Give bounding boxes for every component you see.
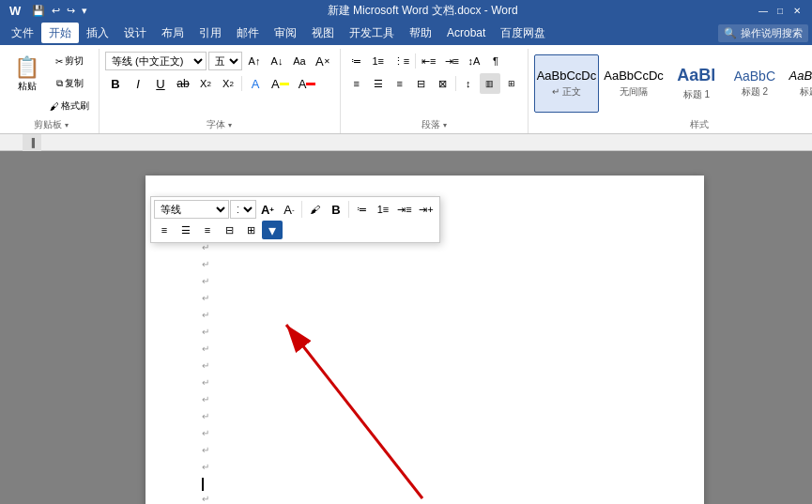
paragraph-mark-4: ↵: [202, 273, 648, 290]
mini-bold-btn[interactable]: B: [326, 200, 346, 219]
increase-font-btn[interactable]: A↑: [244, 51, 265, 71]
style-normal[interactable]: AaBbCcDc ↵ 正文: [534, 54, 600, 113]
style-no-spacing-preview: AaBbCcDc: [604, 69, 664, 84]
shading-btn[interactable]: ▥: [480, 73, 500, 94]
align-left-btn[interactable]: ≡: [346, 73, 367, 94]
menu-help[interactable]: 帮助: [402, 23, 439, 43]
ruler: ▐: [0, 134, 812, 151]
font-group-label: 字体 ▾: [105, 116, 334, 133]
bold-btn[interactable]: B: [105, 73, 126, 94]
paste-btn[interactable]: 📋 粘贴: [9, 51, 44, 99]
style-heading2-label: 标题 2: [742, 85, 768, 99]
menu-layout[interactable]: 布局: [154, 23, 192, 43]
title-bar: W 💾 ↩ ↪ ▾ 新建 Microsoft Word 文档.docx - Wo…: [0, 0, 812, 21]
text-effect-btn[interactable]: A: [245, 73, 266, 94]
align-center-btn[interactable]: ☰: [368, 73, 389, 94]
borders-btn[interactable]: ⊞: [501, 73, 522, 94]
cut-btn[interactable]: ✂ 剪切: [46, 51, 93, 71]
font-color-btn[interactable]: A: [295, 73, 320, 94]
style-heading4[interactable]: AaBbCcl 标题 4: [785, 54, 812, 113]
title-bar-left: W 💾 ↩ ↪ ▾: [8, 3, 89, 19]
style-normal-preview: AaBbCcDc: [537, 69, 597, 84]
mini-format-painter-btn[interactable]: 🖌: [304, 200, 325, 219]
mini-more-btn[interactable]: ▾: [262, 221, 283, 239]
menu-developer[interactable]: 开发工具: [342, 23, 402, 43]
change-case-btn[interactable]: Aa: [289, 51, 310, 71]
italic-btn[interactable]: I: [128, 73, 148, 94]
style-heading1-label: 标题 1: [683, 88, 710, 101]
menu-view[interactable]: 视图: [304, 23, 342, 43]
menu-insert[interactable]: 插入: [79, 23, 116, 43]
align-right-btn[interactable]: ≡: [390, 73, 410, 94]
bullets-btn[interactable]: ≔: [346, 51, 367, 71]
mini-justify-btn[interactable]: ⊟: [219, 221, 239, 239]
menu-review[interactable]: 审阅: [267, 23, 304, 43]
redo-qa-btn[interactable]: ↪: [65, 4, 77, 18]
justify-btn[interactable]: ⊟: [411, 73, 432, 94]
distributed-btn[interactable]: ⊠: [433, 73, 453, 94]
menu-baidu[interactable]: 百度网盘: [493, 23, 553, 43]
close-btn[interactable]: ✕: [789, 3, 804, 18]
mini-font-size-select[interactable]: 11: [230, 200, 256, 219]
mini-decrease-font-btn[interactable]: A-: [279, 200, 299, 219]
mini-indent-btn[interactable]: ⇥≡: [394, 200, 415, 219]
paragraph-mark-10: ↵: [202, 374, 648, 391]
menu-file[interactable]: 文件: [4, 23, 41, 43]
paragraph-mark-16: ↵: [202, 491, 648, 504]
increase-indent-btn[interactable]: ⇥≡: [441, 51, 463, 71]
decrease-indent-btn[interactable]: ⇤≡: [418, 51, 439, 71]
window-controls: — □ ✕: [756, 3, 804, 18]
line-spacing-btn[interactable]: ↕: [458, 73, 479, 94]
save-qa-btn[interactable]: 💾: [30, 4, 47, 18]
ribbon-group-clipboard: 📋 粘贴 ✂ 剪切 ⧉ 复制 🖌 格式刷: [4, 49, 100, 133]
sort-btn[interactable]: ↕A: [464, 51, 484, 71]
mini-numbering-btn[interactable]: 1≡: [373, 200, 393, 219]
style-heading1[interactable]: AaBl 标题 1: [668, 54, 725, 113]
mini-align-left-btn[interactable]: ≡: [154, 221, 175, 239]
multilevel-btn[interactable]: ⋮≡: [390, 51, 413, 71]
paragraph-mark-14: ↵: [202, 442, 648, 459]
font-name-select[interactable]: 等线 (中文正文): [105, 52, 207, 70]
ribbon: 📋 粘贴 ✂ 剪切 ⧉ 复制 🖌 格式刷: [0, 45, 812, 134]
strikethrough-btn[interactable]: ab: [173, 73, 193, 94]
menu-mailings[interactable]: 邮件: [229, 23, 267, 43]
menu-home[interactable]: 开始: [41, 23, 79, 43]
paragraph-mark-13: ↵: [202, 425, 648, 442]
clipboard-group-label: 剪贴板 ▾: [9, 116, 93, 133]
subscript-btn[interactable]: X2: [195, 73, 216, 94]
decrease-font-btn[interactable]: A↓: [267, 51, 287, 71]
copy-icon: ⧉: [56, 78, 63, 89]
clear-format-btn[interactable]: A✕: [312, 51, 334, 71]
mini-align-center-btn[interactable]: ☰: [176, 221, 196, 239]
style-heading2[interactable]: AaBbC 标题 2: [727, 54, 783, 113]
undo-qa-btn[interactable]: ↩: [50, 4, 62, 18]
copy-btn[interactable]: ⧉ 复制: [46, 73, 93, 94]
minimize-btn[interactable]: —: [756, 3, 771, 18]
show-marks-btn[interactable]: ¶: [485, 51, 506, 71]
mini-columns-btn[interactable]: ⊞: [240, 221, 261, 239]
paragraph-mark-3: ↵: [202, 256, 648, 273]
search-label[interactable]: 操作说明搜索: [741, 26, 803, 40]
menu-acrobat[interactable]: Acrobat: [439, 23, 493, 43]
mini-toolbar-row2: ≡ ☰ ≡ ⊟ ⊞ ▾: [153, 220, 437, 240]
style-no-spacing[interactable]: AaBbCcDc 无间隔: [601, 54, 666, 113]
menu-references[interactable]: 引用: [192, 23, 229, 43]
mini-bullets-btn[interactable]: ≔: [351, 200, 372, 219]
numbering-btn[interactable]: 1≡: [368, 51, 389, 71]
mini-increase-font-btn[interactable]: A+: [257, 200, 278, 219]
font-size-select[interactable]: 五号: [208, 52, 242, 70]
restore-btn[interactable]: □: [773, 3, 788, 18]
paragraph-mark-9: ↵: [202, 358, 648, 374]
superscript-btn[interactable]: X2: [218, 73, 238, 94]
style-heading4-preview: AaBbCcl: [789, 69, 812, 84]
mini-font-name-select[interactable]: 等线: [154, 200, 229, 219]
mini-indent-more-btn[interactable]: ⇥+: [416, 200, 437, 219]
highlight-btn[interactable]: A: [268, 73, 293, 94]
menu-design[interactable]: 设计: [116, 23, 154, 43]
search-icon: 🔍: [724, 27, 737, 39]
format-painter-btn[interactable]: 🖌 格式刷: [46, 96, 93, 116]
underline-btn[interactable]: U: [150, 73, 171, 94]
mini-align-right-btn[interactable]: ≡: [197, 221, 218, 239]
styles-group-label: 样式: [534, 116, 812, 133]
customize-qa-btn[interactable]: ▾: [80, 4, 89, 18]
